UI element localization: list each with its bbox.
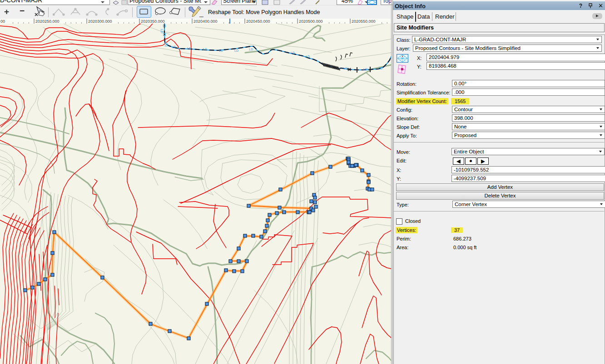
svg-text:LD: LD: [306, 55, 310, 58]
svg-text:LD: LD: [234, 49, 238, 52]
svg-text:LD: LD: [203, 48, 207, 51]
svg-text:LD: LD: [219, 49, 223, 52]
svg-text:LD: LD: [291, 51, 295, 54]
svg-text:...: ...: [199, 13, 203, 18]
svg-text:LD: LD: [378, 67, 382, 70]
svg-text:LD: LD: [160, 29, 164, 33]
svg-text:LD: LD: [172, 45, 176, 49]
svg-text:LD: LD: [363, 68, 367, 71]
svg-text:LD: LD: [187, 47, 191, 50]
svg-text:LD: LD: [249, 48, 253, 51]
svg-text:LD: LD: [343, 67, 347, 70]
